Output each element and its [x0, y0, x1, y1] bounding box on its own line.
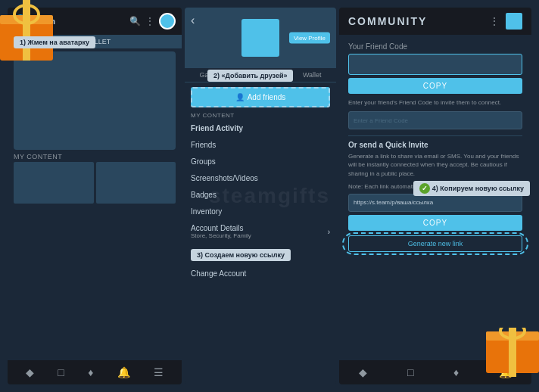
menu-inventory[interactable]: Inventory [185, 204, 336, 220]
section-divider [348, 135, 522, 136]
featured-item-2 [96, 162, 176, 204]
menu-icon[interactable]: ⋮ [145, 16, 154, 26]
account-details-sub: Store, Security, Family [191, 232, 251, 239]
check-icon: ✓ [419, 183, 430, 194]
steam-hero-image [14, 51, 176, 150]
menu-change-account[interactable]: Change Account [185, 266, 336, 282]
annotation-step4: ✓ 4) Копируем новую ссылку [413, 181, 530, 196]
steam-header-icons: 🔍 ⋮ [129, 13, 176, 30]
my-content-label: MY CONTENT [191, 112, 330, 119]
annotation-step2: 2) «Добавить друзей» [207, 70, 293, 82]
search-icon[interactable]: 🔍 [129, 16, 141, 26]
menu-friends[interactable]: Friends [185, 137, 336, 154]
community-avatar[interactable] [506, 13, 522, 30]
tab-wallet[interactable]: Wallet [303, 71, 322, 79]
community-bookmark-icon[interactable]: □ [407, 366, 413, 378]
community-header: COMMUNITY ⋮ [339, 8, 531, 35]
diamond-icon[interactable]: ♦ [88, 366, 93, 378]
copy-link-button[interactable]: COPY [348, 215, 522, 231]
enter-code-input[interactable]: Enter a Friend Code [348, 111, 522, 129]
svg-rect-8 [509, 328, 516, 377]
svg-rect-2 [23, 0, 30, 61]
annotation-step1: 1) Жмем на аватарку [14, 36, 95, 48]
menu-badges[interactable]: Badges [185, 187, 336, 204]
view-profile-button[interactable]: View Profile [289, 33, 330, 44]
add-friends-button[interactable]: 👤 Add friends [191, 87, 330, 107]
add-person-icon: 👤 [235, 93, 245, 101]
annotation-step3: 3) Создаем новую ссылку [191, 249, 291, 261]
featured-grid [14, 162, 176, 204]
bookmark-icon[interactable]: □ [58, 366, 64, 378]
arrow-right-icon: › [328, 228, 330, 236]
profile-avatar-area: ‹ View Profile [185, 8, 336, 68]
copy-friend-code-button[interactable]: COPY [348, 78, 522, 94]
quick-invite-title: Or send a Quick Invite [348, 141, 522, 149]
link-url[interactable]: https://s.team/p/ваша/ссылка [348, 194, 522, 212]
add-friends-label: Add friends [248, 93, 286, 101]
account-details-label: Account Details [191, 224, 251, 232]
menu-groups[interactable]: Groups [185, 154, 336, 170]
list-icon[interactable]: ☰ [154, 366, 164, 378]
main-wrapper: Steam 🔍 ⋮ 1) Жмем на аватарку MENU ▾ WIS… [8, 8, 531, 384]
profile-avatar [241, 19, 279, 57]
home-icon[interactable]: ◆ [26, 366, 34, 378]
svg-point-5 [23, 11, 30, 18]
enter-code-placeholder: Enter a Friend Code [354, 117, 408, 124]
steam-avatar[interactable] [159, 13, 176, 30]
community-content: Your Friend Code COPY Enter your friend'… [339, 35, 531, 260]
featured-label: MY CONTENT [14, 153, 176, 160]
friend-code-label: Your Friend Code [348, 42, 522, 51]
featured-item-1 [14, 162, 94, 204]
menu-friend-activity[interactable]: Friend Activity [185, 120, 336, 137]
quick-invite-desc: Generate a link to share via email or SM… [348, 152, 522, 178]
community-menu-icon[interactable]: ⋮ [489, 15, 500, 27]
invite-description: Enter your friend's Friend Code to invit… [348, 98, 522, 107]
generate-link-button[interactable]: Generate new link [348, 235, 522, 252]
menu-screenshots[interactable]: Screenshots/Videos [185, 170, 336, 187]
profile-panel: ‹ View Profile 2) «Добавить друзей» Game… [185, 8, 336, 384]
bell-icon[interactable]: 🔔 [117, 366, 130, 378]
community-diamond-icon[interactable]: ♦ [453, 366, 459, 378]
community-home-icon[interactable]: ◆ [359, 366, 367, 378]
community-title: COMMUNITY [348, 15, 427, 27]
steam-bottom-nav: ◆ □ ♦ 🔔 ☰ [8, 360, 182, 384]
back-icon[interactable]: ‹ [191, 14, 195, 27]
friend-code-input[interactable] [348, 54, 522, 75]
menu-account-details[interactable]: Account Details Store, Security, Family … [185, 220, 336, 244]
